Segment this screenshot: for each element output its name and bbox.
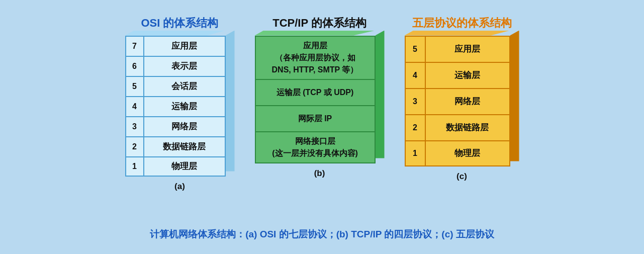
osi-layer-5: 5 会话层: [126, 76, 225, 96]
five-stack: 5 应用层 4 运输层 3 网络层 2 数据链路层: [405, 36, 510, 166]
five-label-2: 数据链路层: [426, 122, 509, 133]
osi-layer-1: 1 物理层: [126, 156, 225, 177]
osi-label-1: 物理层: [144, 160, 225, 172]
five-num-1: 1: [406, 141, 426, 165]
tcp-wrapper: 应用层（各种应用层协议，如DNS, HTTP, SMTP 等） 运输层 (TCP…: [255, 36, 376, 163]
tcp-layer-network: 网际层 IP: [256, 105, 375, 131]
osi-num-2: 2: [126, 137, 144, 156]
osi-layer-7: 7 应用层: [126, 36, 225, 56]
five-num-4: 4: [406, 63, 426, 88]
osi-num-4: 4: [126, 97, 144, 116]
osi-caption: (a): [174, 182, 185, 192]
tcp-layer-interface: 网络接口层(这一层并没有具体内容): [256, 131, 375, 163]
five-label-4: 运输层: [426, 69, 509, 81]
five-layer-5: 5 应用层: [406, 36, 509, 62]
osi-layer-4: 4 运输层: [126, 96, 225, 116]
tcp-caption: (b): [314, 168, 325, 179]
osi-num-3: 3: [126, 117, 144, 136]
osi-num-7: 7: [126, 37, 144, 56]
osi-label-7: 应用层: [144, 40, 225, 52]
osi-title: OSI 的体系结构: [141, 16, 218, 31]
five-label-1: 物理层: [426, 147, 509, 159]
five-wrapper: 5 应用层 4 运输层 3 网络层 2 数据链路层: [405, 36, 510, 166]
osi-layer-6: 6 表示层: [126, 56, 225, 76]
tcp-label-network: 网际层 IP: [298, 113, 332, 125]
five-diagram: 五层协议的体系结构 5 应用层 4 运输层 3 网络层: [405, 16, 519, 182]
five-caption: (c): [456, 172, 467, 182]
osi-label-2: 数据链路层: [144, 141, 225, 152]
tcp-stack: 应用层（各种应用层协议，如DNS, HTTP, SMTP 等） 运输层 (TCP…: [255, 36, 376, 163]
main-container: OSI 的体系结构 7 应用层 6 表示层 5 会话层: [11, 7, 634, 248]
osi-num-5: 5: [126, 77, 144, 96]
five-num-3: 3: [406, 89, 426, 114]
five-layer-4: 4 运输层: [406, 62, 509, 88]
five-label-5: 应用层: [426, 43, 509, 55]
osi-label-5: 会话层: [144, 80, 225, 92]
osi-layer-2: 2 数据链路层: [126, 136, 225, 156]
osi-label-4: 运输层: [144, 101, 225, 112]
osi-stack: 7 应用层 6 表示层 5 会话层 4 运输层: [125, 36, 226, 177]
tcp-layer-app: 应用层（各种应用层协议，如DNS, HTTP, SMTP 等）: [256, 36, 375, 79]
five-layer-3: 3 网络层: [406, 88, 509, 114]
tcp-label-interface: 网络接口层(这一层并没有具体内容): [272, 135, 358, 159]
diagrams-row: OSI 的体系结构 7 应用层 6 表示层 5 会话层: [26, 16, 619, 223]
osi-label-3: 网络层: [144, 121, 225, 132]
tcp-label-transport: 运输层 (TCP 或 UDP): [277, 87, 353, 99]
tcp-diagram: TCP/IP 的体系结构 应用层（各种应用层协议，如DNS, HTTP, SMT…: [255, 16, 385, 179]
five-layer-1: 1 物理层: [406, 140, 509, 166]
osi-num-6: 6: [126, 57, 144, 76]
five-layer-2: 2 数据链路层: [406, 114, 509, 140]
osi-layer-3: 3 网络层: [126, 116, 225, 136]
tcp-label-app: 应用层（各种应用层协议，如DNS, HTTP, SMTP 等）: [272, 40, 358, 76]
bottom-caption: 计算机网络体系结构：(a) OSI 的七层协议；(b) TCP/IP 的四层协议…: [150, 228, 494, 241]
five-num-2: 2: [406, 115, 426, 140]
five-num-5: 5: [406, 37, 426, 62]
tcp-title: TCP/IP 的体系结构: [272, 16, 366, 31]
osi-diagram: OSI 的体系结构 7 应用层 6 表示层 5 会话层: [125, 16, 235, 192]
osi-num-1: 1: [126, 157, 144, 176]
osi-label-6: 表示层: [144, 60, 225, 72]
five-title: 五层协议的体系结构: [412, 16, 512, 31]
tcp-layer-transport: 运输层 (TCP 或 UDP): [256, 79, 375, 105]
five-label-3: 网络层: [426, 96, 509, 107]
osi-wrapper: 7 应用层 6 表示层 5 会话层 4 运输层: [125, 36, 226, 177]
